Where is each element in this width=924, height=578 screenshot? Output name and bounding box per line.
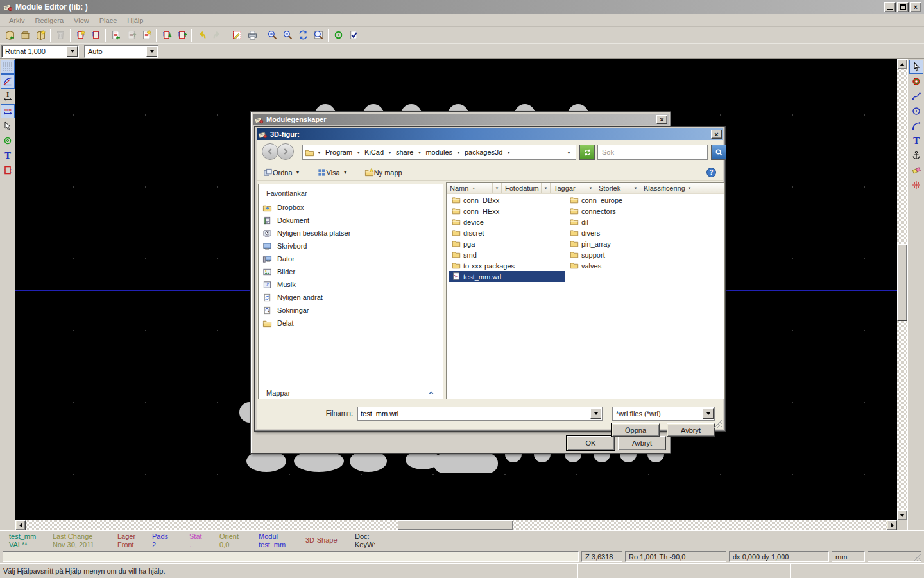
select-tool-icon[interactable] — [909, 60, 923, 74]
column-filter-dropdown-icon[interactable]: ▼ — [631, 183, 640, 193]
search-button[interactable] — [711, 144, 726, 160]
delete-item-icon[interactable] — [909, 163, 923, 177]
search-box[interactable] — [597, 144, 708, 160]
open-button[interactable]: Öppna — [612, 423, 660, 437]
chevron-down-icon[interactable] — [146, 46, 157, 57]
new-folder-button[interactable]: Ny mapp — [364, 168, 402, 177]
scroll-down-button[interactable] — [897, 510, 907, 520]
maximize-button[interactable] — [897, 2, 909, 12]
folder-item-conn-europe[interactable]: conn_europe — [567, 195, 683, 206]
units-inch-icon[interactable]: I — [1, 89, 15, 103]
favorite-link-bilder[interactable]: Bilder — [259, 265, 443, 278]
anchor-icon[interactable] — [909, 148, 923, 162]
cursor-shape-icon[interactable] — [1, 119, 15, 133]
import-module-icon[interactable] — [158, 28, 174, 42]
refresh-button[interactable] — [579, 144, 595, 160]
column-header-klassificering[interactable]: Klassificering — [640, 183, 685, 193]
export-module-icon[interactable] — [174, 28, 189, 42]
folder-item-conn-dbxx[interactable]: conn_DBxx — [449, 195, 565, 206]
column-filter-dropdown-icon[interactable]: ▼ — [493, 183, 502, 193]
menu-view[interactable]: View — [69, 15, 94, 26]
save-module-in-library-icon[interactable] — [17, 28, 33, 42]
zoom-in-icon[interactable] — [264, 28, 280, 42]
favorite-link-skrivbord[interactable]: Skrivbord — [259, 240, 443, 252]
folder-item-conn-hexx[interactable]: conn_HExx — [449, 206, 565, 216]
add-circle-icon[interactable] — [909, 104, 923, 118]
file-item-test-mm-wrl[interactable]: test_mm.wrl — [449, 271, 565, 282]
breadcrumb-segment-kicad[interactable]: KiCad — [363, 148, 385, 157]
folder-item-smd[interactable]: smd — [449, 249, 565, 260]
pads-sketch-icon[interactable] — [1, 134, 15, 148]
redraw-icon[interactable] — [295, 28, 311, 42]
window-titlebar[interactable]: Module Editor (lib: ) × — [0, 0, 924, 14]
folders-expander[interactable]: Mappar — [258, 387, 443, 399]
back-button[interactable] — [262, 143, 278, 160]
folder-item-connectors[interactable]: connectors — [567, 206, 683, 216]
close-icon[interactable]: × — [711, 130, 722, 139]
create-library-icon[interactable] — [33, 28, 48, 42]
folder-item-to-xxx-packages[interactable]: to-xxx-packages — [449, 260, 565, 271]
favorite-link-musik[interactable]: ♪Musik — [259, 278, 443, 291]
column-header-fotodatum[interactable]: Fotodatum — [502, 183, 542, 193]
add-arc-icon[interactable] — [909, 119, 923, 133]
new-module-icon[interactable] — [73, 28, 88, 42]
texts-sketch-icon[interactable]: T — [1, 148, 15, 162]
breadcrumb[interactable]: ▼Program▼KiCad▼share▼modules▼packages3d▼… — [302, 144, 576, 160]
chevron-down-icon[interactable] — [703, 408, 714, 419]
cancel-button[interactable]: Avbryt — [667, 423, 715, 437]
menu-arkiv[interactable]: Arkiv — [4, 15, 30, 26]
zoom-out-icon[interactable] — [280, 28, 295, 42]
grid-icon[interactable] — [1, 60, 15, 74]
views-button[interactable]: Visa ▼ — [317, 168, 348, 177]
add-pad-icon[interactable] — [909, 74, 923, 89]
close-button[interactable]: × — [910, 2, 921, 12]
scroll-up-button[interactable] — [897, 59, 907, 69]
organize-button[interactable]: Ordna ▼ — [263, 168, 300, 177]
menu-hjälp[interactable]: Hjälp — [122, 15, 148, 26]
edges-sketch-icon[interactable] — [1, 163, 15, 177]
folder-item-pin-array[interactable]: pin_array — [567, 238, 683, 249]
column-header-taggar[interactable]: Taggar — [551, 183, 586, 193]
column-filter-dropdown-icon[interactable]: ▼ — [685, 183, 694, 193]
grid-origin-icon[interactable] — [909, 178, 923, 192]
ok-button[interactable]: OK — [567, 436, 615, 450]
forward-button[interactable] — [277, 143, 294, 160]
column-header-storlek[interactable]: Storlek — [595, 183, 631, 193]
load-module-from-library-icon[interactable] — [88, 28, 103, 42]
scroll-right-button[interactable] — [887, 520, 897, 530]
chevron-down-icon[interactable] — [67, 46, 78, 57]
insert-module-in-board-icon[interactable] — [139, 28, 154, 42]
polar-coordinates-icon[interactable] — [1, 74, 15, 89]
favorite-link-nyligen-bes-kta-platser[interactable]: Nyligen besökta platser — [259, 227, 443, 240]
zoom-select[interactable]: Auto — [84, 45, 158, 58]
menu-place[interactable]: Place — [94, 15, 123, 26]
undo-icon[interactable] — [194, 28, 209, 42]
check-module-icon[interactable] — [346, 28, 361, 42]
column-filter-dropdown-icon[interactable]: ▼ — [542, 183, 551, 193]
favorite-link-dator[interactable]: Dator — [259, 252, 443, 265]
load-module-from-board-icon[interactable] — [108, 28, 123, 42]
scroll-left-button[interactable] — [15, 520, 26, 530]
favorite-link-dokument[interactable]: Dokument — [259, 214, 443, 227]
filename-combo[interactable] — [357, 407, 603, 421]
chevron-down-icon[interactable] — [590, 408, 601, 419]
folder-item-valves[interactable]: valves — [567, 260, 683, 271]
select-library-icon[interactable] — [2, 28, 17, 42]
minimize-button[interactable] — [884, 2, 896, 12]
close-icon[interactable]: × — [656, 115, 667, 124]
breadcrumb-segment-share[interactable]: share — [395, 148, 415, 157]
folder-item-dil[interactable]: dil — [567, 216, 683, 227]
resize-grip[interactable] — [714, 420, 722, 428]
grid-select[interactable]: Rutnät 1,000 — [1, 45, 79, 58]
favorite-link-dropbox[interactable]: Dropbox — [259, 201, 443, 214]
zoom-fit-icon[interactable] — [311, 28, 326, 42]
properties-dialog-titlebar[interactable]: Modulegenskaper × — [253, 114, 669, 125]
help-button[interactable]: ? — [706, 167, 717, 178]
breadcrumb-segment-packages3d[interactable]: packages3d — [463, 148, 504, 157]
filename-input[interactable] — [358, 410, 590, 417]
print-icon[interactable] — [244, 28, 260, 42]
module-properties-icon[interactable] — [229, 28, 244, 42]
filetype-combo[interactable]: *wrl files (*wrl) — [612, 407, 715, 421]
favorite-link-nyligen-ndrat[interactable]: Nyligen ändrat — [259, 291, 443, 304]
vertical-scroll-thumb[interactable] — [897, 244, 907, 321]
